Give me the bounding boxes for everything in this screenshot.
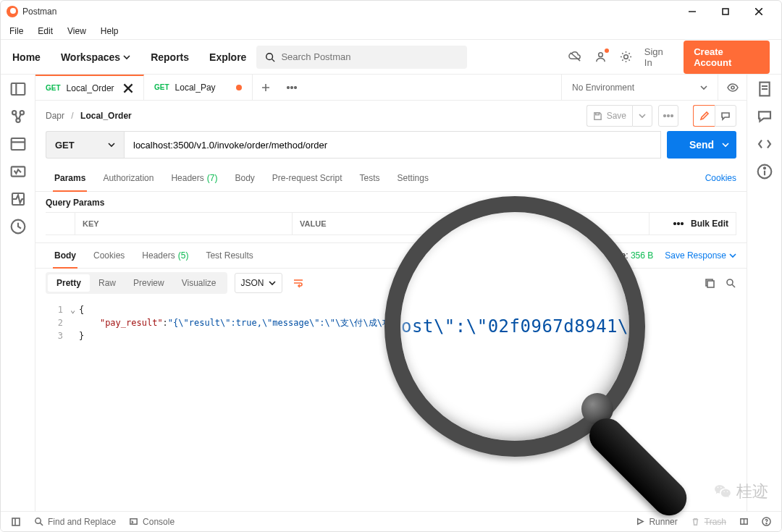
nav-explore[interactable]: Explore	[199, 51, 256, 63]
breadcrumb: Dapr / Local_Order	[46, 111, 132, 121]
view-raw-button[interactable]: Raw	[90, 274, 125, 292]
monitors-icon[interactable]	[9, 190, 27, 208]
two-pane-icon[interactable]	[739, 517, 749, 527]
svg-point-55	[766, 523, 767, 524]
nav-reports[interactable]: Reports	[140, 51, 199, 63]
res-tab-test-results[interactable]: Test Results	[197, 243, 261, 268]
edit-icon-button[interactable]	[693, 105, 715, 127]
help-icon[interactable]	[762, 517, 771, 527]
copy-icon[interactable]	[705, 278, 715, 289]
minimize-button[interactable]	[676, 1, 709, 22]
query-params-col-key: KEY	[75, 213, 292, 235]
more-actions-button[interactable]	[658, 105, 678, 127]
code-snippet-icon[interactable]	[756, 135, 773, 153]
settings-gear-icon[interactable]	[619, 50, 633, 64]
info-panel-icon[interactable]	[756, 163, 773, 180]
tab-prerequest-script[interactable]: Pre-request Script	[264, 164, 351, 191]
svg-point-28	[731, 86, 734, 89]
sync-cloud-icon[interactable]	[568, 50, 582, 64]
documentation-icon[interactable]	[756, 80, 773, 98]
response-size: Size: 356 B	[609, 250, 653, 261]
environment-selector[interactable]: No Environment	[561, 75, 718, 100]
breadcrumb-parent[interactable]: Dapr	[46, 111, 64, 121]
window-title: Postman	[22, 7, 56, 17]
menu-help[interactable]: Help	[93, 25, 126, 38]
sign-in-link[interactable]: Sign In	[644, 46, 672, 68]
svg-point-38	[727, 279, 733, 285]
view-preview-button[interactable]: Preview	[125, 274, 173, 292]
save-button[interactable]: Save	[586, 105, 632, 127]
nav-workspaces[interactable]: Workspaces	[51, 51, 140, 63]
svg-point-48	[35, 518, 41, 523]
runner-button[interactable]: Runner	[635, 517, 677, 527]
view-pretty-button[interactable]: Pretty	[48, 274, 90, 292]
tab-settings[interactable]: Settings	[389, 164, 437, 191]
search-in-body-icon[interactable]	[726, 278, 736, 289]
response-body-code[interactable]: 1⌄{ 2 "pay_result":"{\"result\":true,\"m…	[35, 297, 747, 348]
svg-line-5	[272, 59, 275, 62]
search-input[interactable]	[281, 51, 458, 62]
chevron-down-icon	[123, 54, 130, 61]
history-icon[interactable]	[9, 218, 27, 235]
environments-icon[interactable]	[9, 163, 27, 180]
environment-quicklook-icon[interactable]	[718, 75, 747, 100]
http-method-selector[interactable]: GET	[46, 131, 124, 159]
query-params-col-value: VALUE	[292, 213, 649, 235]
body-toolbar: Pretty Raw Preview Visualize JSON	[35, 269, 747, 297]
breadcrumb-row: Dapr / Local_Order Save	[35, 101, 747, 131]
breadcrumb-current: Local_Order	[80, 111, 132, 121]
svg-point-7	[598, 53, 602, 57]
view-visualize-button[interactable]: Visualize	[173, 274, 225, 292]
res-tab-cookies[interactable]: Cookies	[85, 243, 133, 268]
body-format-selector[interactable]: JSON	[235, 273, 282, 293]
res-tab-headers[interactable]: Headers(5)	[133, 243, 197, 268]
tab-local-order[interactable]: GET Local_Order	[35, 75, 144, 100]
create-account-button[interactable]: Create Account	[684, 41, 770, 74]
menu-edit[interactable]: Edit	[30, 25, 60, 38]
wechat-icon	[713, 482, 732, 501]
invite-icon[interactable]	[594, 50, 607, 64]
res-tab-headers-count: (5)	[178, 250, 189, 261]
svg-point-26	[291, 86, 293, 88]
comment-icon-button[interactable]	[715, 105, 736, 127]
maximize-button[interactable]	[709, 1, 742, 22]
svg-point-30	[664, 115, 666, 117]
tab-tests[interactable]: Tests	[351, 164, 389, 191]
tab-body[interactable]: Body	[226, 164, 263, 191]
save-response-button[interactable]: Save Response	[665, 250, 736, 261]
menu-file[interactable]: File	[8, 25, 30, 38]
cookies-link[interactable]: Cookies	[705, 173, 736, 183]
svg-point-34	[678, 223, 680, 225]
http-method-label: GET	[55, 140, 75, 151]
close-window-button[interactable]	[742, 1, 775, 22]
close-tab-icon[interactable]	[123, 83, 133, 93]
console-button[interactable]: Console	[129, 517, 175, 527]
nav-home[interactable]: Home	[12, 51, 51, 63]
res-tab-body[interactable]: Body	[46, 243, 85, 268]
collections-icon[interactable]	[9, 108, 27, 125]
send-button[interactable]: Send	[667, 131, 736, 159]
svg-line-15	[19, 114, 21, 119]
tab-params[interactable]: Params	[46, 164, 94, 191]
postman-logo-icon	[7, 6, 18, 17]
more-icon[interactable]	[673, 222, 684, 225]
tab-options-button[interactable]	[279, 75, 305, 100]
sidebar-collapse-icon[interactable]	[11, 517, 21, 527]
comments-panel-icon[interactable]	[756, 108, 773, 125]
find-replace-button[interactable]: Find and Replace	[34, 517, 116, 527]
new-tab-button[interactable]	[253, 75, 279, 100]
tab-local-pay[interactable]: GET Local_Pay	[144, 75, 253, 100]
search-box[interactable]	[256, 46, 466, 69]
bulk-edit-button[interactable]: Bulk Edit	[691, 219, 728, 229]
wrap-lines-button[interactable]	[288, 273, 308, 293]
sidebar-toggle-icon[interactable]	[9, 80, 27, 98]
save-icon	[593, 111, 602, 121]
tab-headers[interactable]: Headers(7)	[162, 164, 226, 191]
menu-view[interactable]: View	[60, 25, 93, 38]
tab-authorization[interactable]: Authorization	[94, 164, 162, 191]
trash-button[interactable]: Trash	[691, 517, 726, 527]
request-url-input[interactable]	[124, 131, 661, 159]
apis-icon[interactable]	[9, 135, 27, 153]
query-params-title: Query Params	[46, 198, 736, 208]
save-dropdown-button[interactable]	[632, 105, 652, 127]
